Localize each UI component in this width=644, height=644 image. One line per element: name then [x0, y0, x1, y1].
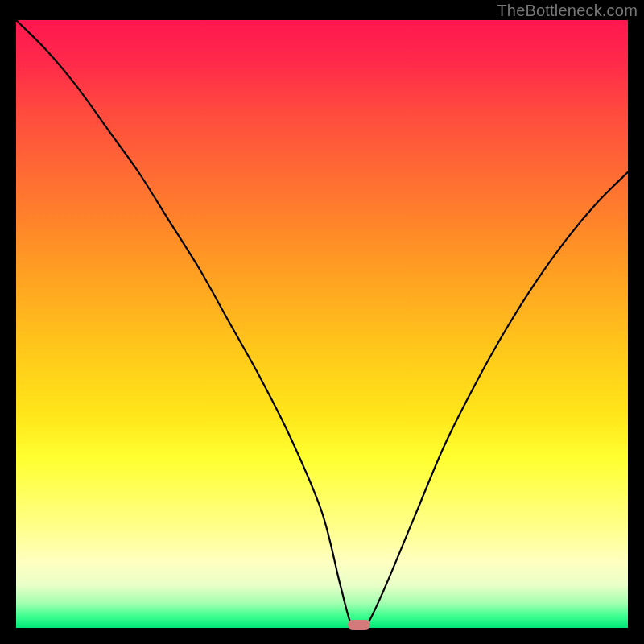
optimum-marker [348, 620, 370, 630]
attribution-text: TheBottleneck.com [497, 2, 638, 20]
chart-container: TheBottleneck.com [0, 0, 644, 644]
bottleneck-curve [16, 20, 628, 628]
plot-area [16, 20, 628, 628]
